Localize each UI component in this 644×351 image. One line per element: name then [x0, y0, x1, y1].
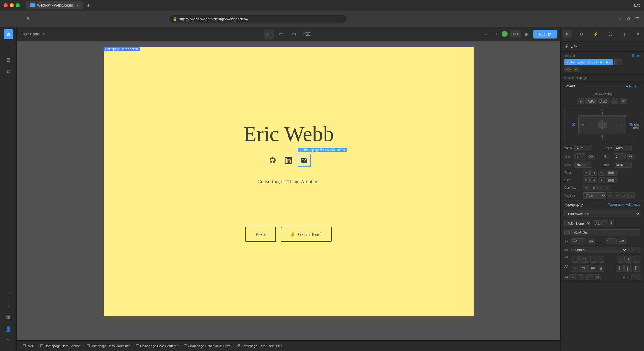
min-width-input[interactable]	[574, 153, 586, 159]
display-flex-btn[interactable]: ☷	[611, 98, 618, 104]
breadcrumb-body[interactable]: Body	[20, 343, 37, 349]
linkedin-social-link[interactable]	[282, 154, 294, 166]
aa-tt-btn[interactable]: TT	[577, 274, 585, 280]
col-right-btn[interactable]: ▍	[633, 265, 640, 272]
mobile-btn[interactable]: ⌫	[301, 30, 313, 39]
typography-section-header[interactable]: Typography Typography Advanced	[561, 200, 644, 209]
layout-advanced-btn[interactable]: Advanced	[626, 84, 640, 88]
font-family-select[interactable]: FontAwesome	[564, 210, 640, 217]
float-none-btn[interactable]: ✕	[583, 170, 590, 176]
tablet-landscape-btn[interactable]: ▭	[276, 30, 286, 39]
line-height-input[interactable]	[605, 238, 617, 244]
font-weight-select[interactable]: 400 - Normal 700 - Bold	[564, 220, 591, 227]
address-bar[interactable]: 🔒 https://webflow.com/design/webbcodes#	[168, 15, 348, 23]
transform-select[interactable]: Normal Uppercase Lowercase Capitalize	[571, 247, 627, 253]
display-none-btn[interactable]: ☢	[620, 98, 627, 104]
breadcrumb-social-link[interactable]: 🔗 Homepage Hero Social Link	[234, 343, 285, 349]
selection-close-btn[interactable]: ⊗	[342, 148, 345, 152]
clear-both-btn[interactable]: ⬤⬤	[606, 177, 617, 183]
aa-x-btn[interactable]: ✕	[569, 274, 576, 280]
extra-T-btn[interactable]: T	[617, 256, 625, 263]
deco-tt-under-btn[interactable]: tt	[598, 265, 604, 272]
traffic-light-red[interactable]	[4, 3, 8, 7]
breadcrumb-social-links[interactable]: Homepage Hero Social Links	[182, 343, 233, 349]
width-input[interactable]	[574, 145, 592, 151]
align-left-btn[interactable]: ⋮	[571, 256, 580, 263]
col-center-btn[interactable]: ▌	[624, 265, 632, 272]
traffic-light-green[interactable]	[16, 3, 20, 7]
deco-tt-btn[interactable]: TT	[579, 265, 588, 272]
aa-tt3-btn[interactable]: tt	[595, 274, 601, 280]
traffic-light-yellow[interactable]	[10, 3, 14, 7]
publish-btn[interactable]: Publish	[533, 30, 557, 38]
clear-none-btn[interactable]: ✕	[583, 177, 590, 183]
page-settings-btn[interactable]: ↻	[40, 30, 48, 38]
extra-tool-3-btn[interactable]: ■	[634, 30, 641, 38]
deco-x-btn[interactable]: ✕	[571, 265, 578, 272]
new-tab-btn[interactable]: +	[86, 2, 91, 9]
align-tt-btn[interactable]: TT	[580, 256, 589, 263]
tab-close-btn[interactable]: ✕	[76, 4, 79, 7]
align-t-btn[interactable]: T	[590, 256, 597, 263]
bookmark-btn[interactable]: ☆	[617, 15, 623, 22]
extra-tool-2-btn[interactable]: ◫	[620, 30, 629, 38]
deco-tt-line-btn[interactable]: TT	[588, 265, 597, 272]
settings-tool-btn[interactable]: ⚙	[577, 30, 586, 38]
forward-btn[interactable]: →	[14, 15, 23, 23]
col-left-btn[interactable]: ▋	[616, 265, 624, 272]
menu-btn[interactable]: ☰	[634, 15, 640, 22]
breadcrumb-hero-container[interactable]: Homepage Hero Container	[84, 343, 132, 349]
canvas-area[interactable]: Homepage Hero Section Eric Webb	[17, 41, 560, 340]
display-inline-btn[interactable]: ABC	[598, 98, 610, 104]
overflow-scroll-btn[interactable]: ◃	[597, 185, 603, 190]
float-both-btn[interactable]: ⬤⬤	[606, 170, 617, 176]
float-right-btn[interactable]: ►	[598, 170, 605, 176]
desktop-view-btn[interactable]: ▢	[264, 30, 274, 39]
height-input[interactable]	[614, 145, 632, 151]
font-size-btn[interactable]: Aa	[593, 220, 602, 226]
user-btn[interactable]: 👤	[3, 323, 14, 334]
add-element-btn[interactable]: +	[3, 42, 14, 53]
font-size-input[interactable]	[571, 238, 586, 244]
float-left-btn[interactable]: ◄	[590, 170, 597, 176]
clear-left-btn[interactable]: ◄	[590, 177, 597, 183]
code-view-btn[interactable]: </>	[510, 30, 521, 38]
selector-tag-btn[interactable]: </>	[564, 67, 572, 72]
get-in-touch-btn[interactable]: ✌ Get in Touch	[281, 227, 332, 242]
back-btn[interactable]: ←	[4, 15, 12, 23]
position-br-btn[interactable]: ↘	[628, 192, 635, 199]
breadcrumb-hero-centerer[interactable]: Homepage Hero Centerer	[133, 343, 180, 349]
overflow-visible-btn[interactable]: 👁	[583, 185, 590, 190]
breadcrumb-hero-section[interactable]: Homepage Hero Section	[38, 343, 83, 349]
undo-btn[interactable]: ↩	[483, 30, 491, 38]
display-inline-block-btn[interactable]: ABC	[585, 98, 597, 104]
overflow-auto-btn[interactable]: ◁	[604, 185, 610, 190]
italic-btn[interactable]: I	[609, 220, 614, 226]
interactions-tool-btn[interactable]: ⚡	[591, 30, 601, 38]
bold-T-btn[interactable]: T	[625, 256, 633, 263]
min-height-input[interactable]	[614, 153, 626, 159]
pages-btn[interactable]: ☰	[3, 54, 14, 65]
max-height-input[interactable]	[614, 162, 632, 168]
selector-options-btn[interactable]: ≡	[614, 59, 622, 65]
selector-pencil-btn[interactable]: ✏	[573, 67, 579, 72]
browser-tab[interactable]: Webflow - Webb.codes ✕	[26, 1, 83, 9]
max-width-input[interactable]	[574, 162, 592, 168]
aa-spacing-input[interactable]	[631, 274, 640, 280]
position-select[interactable]: Auto Static Relative Absolute Fixed Stic…	[583, 192, 606, 199]
selector-tag[interactable]: ■ Homepage Hero Social Link	[564, 59, 613, 65]
spacing-input[interactable]	[628, 247, 640, 253]
bold-btn[interactable]: I	[602, 220, 608, 226]
align-tt2-btn[interactable]: tt	[598, 256, 605, 263]
layers-btn[interactable]: ⧉	[3, 66, 14, 77]
overflow-hidden-btn[interactable]: ■	[591, 185, 597, 190]
italic-T-btn[interactable]: T	[633, 256, 640, 263]
component-btn[interactable]: ▦	[3, 312, 14, 322]
layout-section-header[interactable]: Layout Advanced	[561, 82, 644, 91]
position-tl-btn[interactable]: ↖	[607, 192, 613, 199]
help-btn[interactable]: ?	[3, 335, 14, 346]
refresh-btn[interactable]: ↻	[25, 15, 33, 23]
posts-btn[interactable]: Posts	[245, 227, 276, 242]
tablet-portrait-btn[interactable]: ▭	[289, 30, 299, 39]
position-bl-btn[interactable]: ↙	[621, 192, 628, 199]
